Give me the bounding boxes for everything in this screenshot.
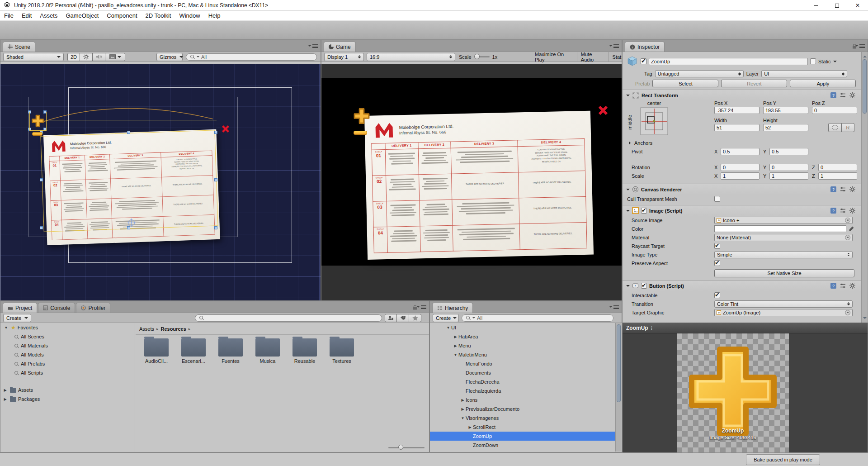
hierarchy-item-visorimagenes[interactable]: ▼VisorImagenes	[430, 414, 615, 423]
aspect-dropdown[interactable]: 16:9	[367, 53, 455, 61]
preset-icon[interactable]	[840, 283, 846, 289]
hierarchy-item-maletinmenu[interactable]: ▼MaletinMenu	[430, 350, 615, 359]
hierarchy-item-habarea[interactable]: ▶HabArea	[430, 332, 615, 341]
favorites-item-all-scenes[interactable]: All Scenes	[0, 332, 135, 341]
image-type-dropdown[interactable]: Simple	[714, 251, 853, 258]
inspector-panel-menu[interactable]	[855, 44, 865, 48]
gear-icon[interactable]	[849, 186, 855, 192]
rotation-y-field[interactable]: 0	[769, 164, 808, 171]
pos-z-field[interactable]: 0	[812, 107, 857, 114]
scale-z-field[interactable]: 1	[818, 172, 857, 180]
selection-handle[interactable]	[214, 226, 217, 229]
foldout-arrow[interactable]: ▼	[445, 326, 451, 330]
close-button[interactable]: ✕	[847, 0, 868, 11]
pos-x-field[interactable]: -357.24	[714, 107, 760, 114]
hierarchy-panel-menu[interactable]	[609, 305, 619, 309]
button-enabled-checkbox[interactable]	[641, 283, 647, 289]
game-panel-menu[interactable]	[609, 44, 619, 48]
gear-icon[interactable]	[849, 208, 855, 214]
raw-edit-button[interactable]: R	[842, 123, 854, 132]
hierarchy-item-menu[interactable]: ▶Menu	[430, 341, 615, 350]
project-search-input[interactable]	[195, 314, 382, 322]
foldout-arrow[interactable]: ▼	[453, 353, 458, 357]
selection-handle[interactable]	[40, 226, 43, 229]
favorites-root[interactable]: ▼★Favorites	[0, 323, 135, 332]
foldout-arrow[interactable]: ▶	[467, 425, 473, 429]
project-root-packages[interactable]: ▶Packages	[0, 395, 135, 404]
preset-icon[interactable]	[840, 186, 846, 192]
project-create-dropdown[interactable]: Create	[3, 314, 31, 322]
tab-game[interactable]: Game	[324, 42, 356, 52]
hierarchy-item-flechaizquierda[interactable]: FlechaIzquierda	[430, 386, 615, 395]
favorites-item-all-scripts[interactable]: All Scripts	[0, 368, 135, 377]
favorites-item-all-prefabs[interactable]: All Prefabs	[0, 359, 135, 368]
preset-icon[interactable]	[840, 92, 846, 98]
menu-gameobject[interactable]: GameObject	[61, 11, 103, 21]
rotation-x-field[interactable]: 0	[721, 164, 760, 171]
foldout-arrow[interactable]: ▼	[460, 416, 466, 420]
source-image-field[interactable]: Icono +	[714, 217, 853, 224]
raycast-checkbox[interactable]	[714, 243, 720, 249]
project-panel-menu[interactable]	[417, 305, 426, 309]
folder-textures[interactable]: Textures	[325, 338, 359, 364]
zoomup-plus-sprite[interactable]	[31, 114, 44, 128]
hierarchy-item-scrollrect[interactable]: ▶ScrollRect	[430, 423, 615, 432]
prefab-select-button[interactable]: Select	[652, 80, 718, 87]
hierarchy-item-zoomup[interactable]: ZoomUp	[430, 432, 615, 441]
scene-search-input[interactable]: All	[186, 53, 317, 61]
hierarchy-search-input[interactable]: All	[462, 314, 613, 322]
folder-audiocli[interactable]: AudioCli...	[139, 338, 174, 364]
foldout-arrow[interactable]: ▶	[453, 344, 458, 348]
cull-checkbox[interactable]	[714, 196, 720, 202]
prefab-apply-button[interactable]: Apply	[790, 80, 856, 87]
menu-window[interactable]: Window	[175, 11, 204, 21]
canvas-renderer-header[interactable]: Canvas Renderer ?	[623, 184, 862, 195]
pos-y-field[interactable]: 193.55	[763, 107, 808, 114]
tab-profiler[interactable]: Profiler	[76, 303, 110, 313]
search-by-type-button[interactable]	[385, 314, 397, 322]
tab-console[interactable]: Console	[38, 303, 75, 313]
hierarchy-create-dropdown[interactable]: Create	[433, 314, 459, 322]
rotation-z-field[interactable]: 0	[818, 164, 857, 171]
menu-assets[interactable]: Assets	[36, 11, 61, 21]
pivot-y-field[interactable]: 0.5	[769, 148, 808, 155]
gameobject-enabled-checkbox[interactable]	[641, 58, 646, 64]
rect-transform-header[interactable]: Rect Transform ?	[623, 90, 862, 100]
scene-panel-menu[interactable]	[308, 44, 318, 48]
tag-dropdown[interactable]: Untagged	[655, 70, 744, 77]
help-icon[interactable]: ?	[830, 92, 836, 98]
selection-handle[interactable]	[127, 226, 130, 229]
favorites-item-all-models[interactable]: All Models	[0, 350, 135, 359]
menu-component[interactable]: Component	[103, 11, 141, 21]
set-native-size-button[interactable]: Set Native Size	[714, 269, 854, 277]
blueprint-mode-button[interactable]	[828, 123, 842, 132]
gear-icon[interactable]	[849, 92, 855, 98]
scene-lighting-button[interactable]	[80, 53, 93, 61]
gameobject-name-field[interactable]: ZoomUp	[649, 58, 808, 65]
breadcrumb-assets[interactable]: Assets	[139, 326, 154, 332]
selection-handle[interactable]	[214, 131, 217, 134]
hierarchy-item-documents[interactable]: Documents	[430, 368, 615, 377]
minimize-button[interactable]	[806, 0, 826, 11]
foldout-arrow[interactable]: ▶	[453, 335, 458, 339]
target-graphic-field[interactable]: ZoomUp (Image)	[714, 309, 853, 316]
static-checkbox[interactable]	[810, 58, 816, 64]
eyedropper-icon[interactable]	[848, 226, 854, 232]
bake-status-badge[interactable]: Bake paused in play mode	[746, 454, 820, 465]
maximize-button[interactable]	[826, 0, 847, 11]
interactable-checkbox[interactable]	[714, 292, 720, 298]
help-icon[interactable]: ?	[830, 283, 836, 289]
tab-inspector[interactable]: i Inspector	[625, 42, 665, 52]
hierarchy-item-ui[interactable]: ▼UI	[430, 323, 615, 332]
preset-icon[interactable]	[840, 208, 846, 214]
layer-dropdown[interactable]: UI	[761, 70, 847, 77]
maximize-on-play-button[interactable]: Maximize On Play	[531, 52, 577, 62]
project-root-assets[interactable]: ▶Assets	[0, 385, 135, 395]
material-field[interactable]: None (Material)	[714, 234, 853, 241]
inspector-scrollbar[interactable]	[861, 52, 867, 323]
display-dropdown[interactable]: Display 1	[324, 53, 364, 61]
hierarchy-item-previsualizardocumento[interactable]: ▶PrevisualizarDocumento	[430, 404, 615, 414]
preview-header[interactable]: ZoomUp ⁞	[623, 323, 868, 333]
scene-viewport[interactable]: Malebolge Corporation Ltd.Infernal Abyss…	[0, 64, 321, 300]
game-zoom-minus-button[interactable]	[354, 131, 367, 135]
